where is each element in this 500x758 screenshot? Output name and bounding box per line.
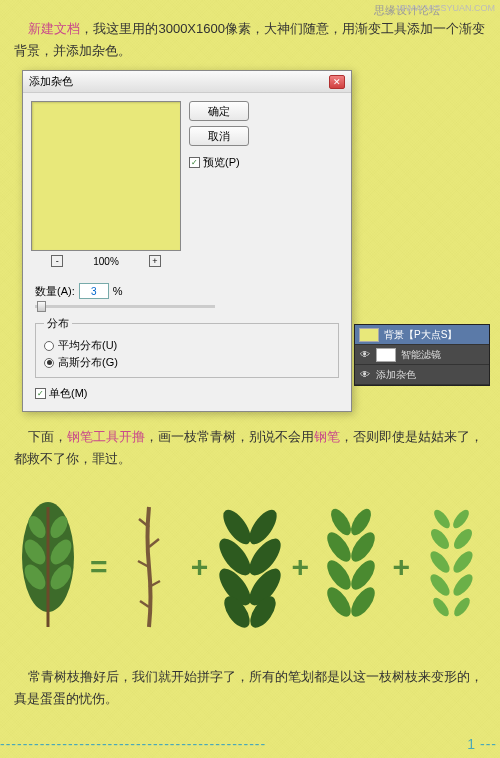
svg-point-19 [322, 556, 355, 593]
dialog-title-text: 添加杂色 [29, 74, 73, 89]
svg-point-32 [451, 595, 472, 618]
amount-slider[interactable] [35, 305, 215, 308]
plant-leaves-light [417, 497, 487, 637]
para2-mid: ，画一枝常青树，别说不会用 [145, 429, 314, 444]
svg-point-27 [427, 548, 453, 576]
distribution-label: 分布 [44, 316, 72, 331]
amount-unit: % [113, 285, 123, 297]
para3-text: 常青树枝撸好后，我们就开始拼字了，所有的笔划都是以这一枝树枝来变形的，真是蛋蛋的… [14, 669, 483, 706]
ok-button[interactable]: 确定 [189, 101, 249, 121]
page-number: 1 [463, 736, 480, 752]
svg-point-22 [346, 583, 379, 620]
filter-thumb-icon [376, 348, 396, 362]
amount-input[interactable]: 3 [79, 283, 109, 299]
plant-leaves-mid [316, 497, 386, 637]
mono-label: 单色(M) [49, 386, 88, 401]
svg-point-20 [346, 556, 379, 593]
svg-point-24 [450, 507, 471, 530]
svg-point-23 [431, 507, 452, 530]
dialog-titlebar: 添加杂色 ✕ [23, 71, 351, 93]
svg-point-28 [450, 548, 476, 576]
zoom-in-icon[interactable]: + [149, 255, 161, 267]
highlight-new-doc: 新建文档 [28, 21, 80, 36]
highlight-pen: 钢笔工具开撸 [67, 429, 145, 444]
layer-smart-filter[interactable]: 👁 智能滤镜 [355, 345, 489, 365]
plus-sign-1: + [191, 550, 209, 584]
svg-point-17 [322, 528, 355, 565]
plant-leaves-dark [215, 497, 285, 637]
preview-checkbox[interactable]: ✓ [189, 157, 200, 168]
svg-point-21 [322, 583, 355, 620]
close-icon[interactable]: ✕ [329, 75, 345, 89]
gaussian-label: 高斯分布(G) [58, 355, 118, 370]
layer-add-noise[interactable]: 👁 添加杂色 [355, 365, 489, 385]
svg-point-25 [428, 526, 453, 552]
layer-filter-label: 智能滤镜 [401, 348, 441, 362]
uniform-label: 平均分布(U) [58, 338, 117, 353]
eye-icon[interactable]: 👁 [359, 349, 371, 361]
preview-label: 预览(P) [203, 155, 240, 170]
cancel-button[interactable]: 取消 [189, 126, 249, 146]
zoom-out-icon[interactable]: - [51, 255, 63, 267]
layer-background[interactable]: 背景【P大点S】 [355, 325, 489, 345]
distribution-group: 分布 平均分布(U) 高斯分布(G) [35, 316, 339, 378]
plant-equation: = + + [10, 492, 490, 642]
eye-icon[interactable]: 👁 [359, 369, 371, 381]
plus-sign-3: + [392, 550, 410, 584]
layers-panel: 背景【P大点S】 👁 智能滤镜 👁 添加杂色 [354, 324, 490, 386]
plant-full [13, 497, 83, 637]
plant-stem [114, 497, 184, 637]
layer-bg-label: 背景【P大点S】 [384, 328, 457, 342]
amount-label: 数量(A): [35, 284, 75, 299]
uniform-radio[interactable] [44, 341, 54, 351]
gaussian-radio[interactable] [44, 358, 54, 368]
equals-sign: = [90, 550, 108, 584]
paragraph-3: 常青树枝撸好后，我们就开始拼字了，所有的笔划都是以这一枝树枝来变形的，真是蛋蛋的… [0, 660, 500, 716]
svg-point-30 [450, 571, 476, 599]
noise-preview [31, 101, 181, 251]
mono-checkbox[interactable]: ✓ [35, 388, 46, 399]
layer-thumb-icon [359, 328, 379, 342]
svg-point-18 [346, 528, 379, 565]
zoom-level: 100% [93, 256, 119, 267]
paragraph-2: 下面，钢笔工具开撸，画一枝常青树，别说不会用钢笔，否则即使是姑姑来了，都救不了你… [0, 420, 500, 476]
svg-point-26 [451, 526, 476, 552]
highlight-pen2: 钢笔 [314, 429, 340, 444]
add-noise-dialog: 添加杂色 ✕ - 100% + 确定 取消 ✓ 预览(P) 数量(A): 3 % [22, 70, 352, 412]
svg-point-31 [430, 595, 451, 618]
para1-rest: ，我这里用的3000X1600像素，大神们随意，用渐变工具添加一个渐变背景，并添… [14, 21, 485, 58]
page-footer: ----------------------------------------… [0, 736, 500, 752]
svg-point-29 [427, 571, 453, 599]
para2-pre: 下面， [28, 429, 67, 444]
plus-sign-2: + [292, 550, 310, 584]
slider-thumb[interactable] [37, 301, 46, 312]
site-url: WWW.MISSYUAN.COM [397, 3, 495, 13]
layer-noise-label: 添加杂色 [376, 368, 416, 382]
dash-left: ----------------------------------------… [0, 736, 463, 752]
dash-right: --- [480, 736, 500, 752]
